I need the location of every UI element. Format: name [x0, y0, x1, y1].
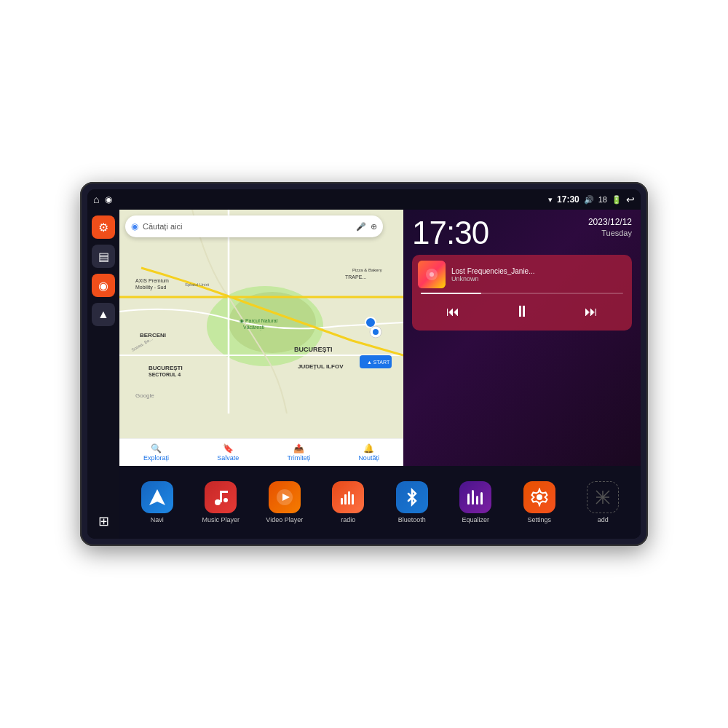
prev-button[interactable]: ⏮: [441, 300, 464, 323]
svg-point-23: [373, 329, 379, 335]
svg-point-30: [223, 498, 228, 502]
music-player-icon: [205, 481, 237, 513]
share-label: Trimiteți: [288, 454, 311, 462]
svg-rect-36: [344, 494, 347, 505]
music-player-label: Music Player: [202, 516, 240, 523]
svg-text:Splaiul Unirii: Splaiul Unirii: [185, 282, 209, 287]
explore-label: Explorați: [143, 454, 169, 462]
app-bluetooth[interactable]: Bluetooth: [390, 481, 434, 523]
svg-text:BUCUREȘTI: BUCUREȘTI: [149, 365, 183, 371]
svg-point-47: [537, 494, 542, 500]
navi-icon: [141, 481, 173, 513]
svg-point-29: [215, 499, 221, 505]
equalizer-icon: [459, 481, 491, 513]
saved-label: Salvate: [217, 454, 239, 462]
back-icon[interactable]: ↩: [626, 194, 635, 205]
maps-status-icon[interactable]: ◉: [105, 194, 112, 205]
svg-rect-32: [220, 491, 228, 493]
svg-rect-44: [476, 496, 478, 498]
map-bottom-nav: 🔍 Explorați 🔖 Salvate 📤 Trimiteți: [119, 438, 403, 466]
radio-label: radio: [341, 516, 355, 523]
svg-text:BUCUREȘTI: BUCUREȘTI: [294, 346, 333, 353]
video-player-label: Video Player: [266, 516, 303, 523]
add-label: add: [598, 516, 609, 523]
svg-text:Pizza & Bakery: Pizza & Bakery: [352, 268, 382, 272]
svg-text:JUDEȚUL ILFOV: JUDEȚUL ILFOV: [298, 363, 344, 370]
svg-rect-46: [480, 492, 483, 494]
svg-rect-37: [348, 491, 350, 505]
clock-music-panel: 17:30 2023/12/12 Tuesday: [403, 210, 641, 466]
map-search-bar[interactable]: ◉ Căutați aici 🎤 ⊕: [125, 215, 383, 237]
home-icon[interactable]: ⌂: [93, 194, 99, 205]
svg-text:TRAPE...: TRAPE...: [345, 274, 366, 280]
files-icon: ▤: [98, 250, 109, 264]
music-title: Lost Frequencies_Janie...: [451, 267, 626, 275]
music-controls: ⏮ ⏸ ⏭: [418, 298, 626, 325]
nav-arrow-icon: ▲: [98, 308, 109, 321]
app-navi[interactable]: Navi: [135, 481, 179, 523]
news-icon: 🔔: [363, 443, 374, 454]
clock-time: 17:30: [412, 217, 488, 249]
app-music-player[interactable]: Music Player: [199, 481, 242, 523]
grid-icon: ⊞: [98, 513, 109, 529]
map-nav-news[interactable]: 🔔 Noutăți: [358, 443, 379, 462]
top-row: ◉ Căutați aici 🎤 ⊕: [119, 210, 641, 466]
map-svg: AXIS Premium Mobility - Sud TRAPE... Piz…: [119, 210, 403, 414]
battery-icon: 🔋: [612, 195, 622, 205]
map-pin-icon: ◉: [98, 279, 108, 293]
map-nav-share[interactable]: 📤 Trimiteți: [288, 443, 311, 462]
settings-icon: ⚙: [98, 221, 108, 234]
google-maps-icon: ◉: [131, 221, 138, 232]
svg-text:▲ START: ▲ START: [367, 360, 390, 365]
svg-text:Văcărești: Văcărești: [243, 325, 265, 331]
explore-icon: 🔍: [151, 443, 162, 454]
wifi-icon: ▾: [548, 195, 553, 205]
map-nav-saved[interactable]: 🔖 Salvate: [217, 443, 239, 462]
music-progress-bar[interactable]: [421, 293, 623, 294]
clock-date-block: 2023/12/12 Tuesday: [588, 217, 632, 237]
next-button[interactable]: ⏭: [579, 300, 603, 323]
music-progress-fill: [421, 293, 481, 294]
volume-icon: 🔊: [584, 195, 594, 205]
app-add[interactable]: add: [581, 481, 625, 523]
navi-label: Navi: [151, 516, 164, 523]
sidebar-btn-grid[interactable]: ⊞: [92, 510, 115, 533]
map-nav-explore[interactable]: 🔍 Explorați: [143, 443, 169, 462]
svg-text:BERCENI: BERCENI: [140, 332, 166, 339]
mic-icon[interactable]: 🎤: [356, 222, 366, 232]
layers-icon[interactable]: ⊕: [371, 222, 377, 232]
app-settings[interactable]: Settings: [518, 481, 561, 523]
clock-day: Tuesday: [588, 229, 632, 237]
svg-text:AXIS Premium: AXIS Premium: [135, 278, 169, 283]
bluetooth-label: Bluetooth: [398, 516, 426, 523]
svg-marker-28: [149, 489, 165, 505]
status-bar: ⌂ ◉ ▾ 17:30 🔊 18 🔋 ↩: [87, 189, 641, 210]
svg-rect-42: [472, 490, 474, 492]
add-icon: [587, 481, 619, 513]
video-player-icon: [269, 481, 301, 513]
radio-icon: [332, 481, 364, 513]
share-icon: 📤: [293, 443, 304, 454]
sidebar: ⚙ ▤ ◉ ▲ ⊞: [87, 210, 119, 539]
news-label: Noutăți: [358, 454, 379, 462]
svg-rect-40: [467, 494, 470, 496]
sidebar-btn-settings[interactable]: ⚙: [92, 215, 115, 239]
app-radio[interactable]: radio: [326, 481, 370, 523]
music-top: Lost Frequencies_Janie... Unknown: [418, 261, 626, 288]
battery-level: 18: [598, 195, 607, 204]
play-pause-button[interactable]: ⏸: [510, 300, 534, 323]
status-right: ▾ 17:30 🔊 18 🔋 ↩: [548, 194, 635, 205]
car-head-unit: ⌂ ◉ ▾ 17:30 🔊 18 🔋 ↩ ⚙ ▤: [80, 182, 648, 546]
clock-display: 17:30 2023/12/12 Tuesday: [412, 217, 632, 249]
svg-rect-35: [341, 498, 343, 505]
sidebar-btn-nav[interactable]: ▲: [92, 303, 115, 326]
settings-label: Settings: [527, 516, 551, 523]
sidebar-btn-files[interactable]: ▤: [92, 245, 115, 268]
music-player: Lost Frequencies_Janie... Unknown ⏮ ⏸ ⏭: [412, 255, 632, 331]
svg-rect-39: [467, 495, 470, 505]
map-panel[interactable]: ◉ Căutați aici 🎤 ⊕: [119, 210, 403, 466]
sidebar-btn-maps[interactable]: ◉: [92, 274, 115, 297]
app-equalizer[interactable]: Equalizer: [454, 481, 497, 523]
bluetooth-icon: [396, 481, 428, 513]
app-video-player[interactable]: Video Player: [263, 481, 306, 523]
